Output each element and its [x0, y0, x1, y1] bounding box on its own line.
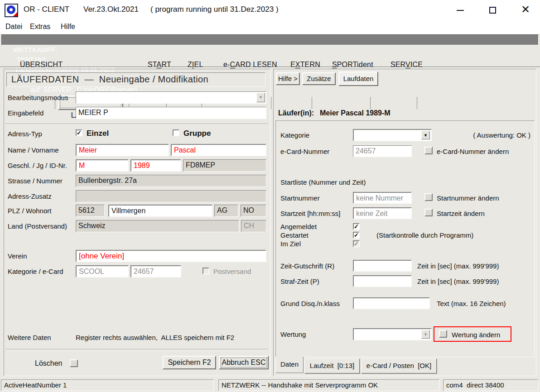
menu-item-hilfe[interactable]: Hilfe: [61, 23, 75, 31]
startnummer-aendern-toggle[interactable]: [424, 193, 433, 201]
startzeit-aendern-toggle[interactable]: [424, 209, 433, 216]
kategorie-label: Kategorie: [280, 131, 309, 139]
grund-field[interactable]: [353, 297, 430, 309]
ecard-field: 24657: [130, 265, 181, 277]
status-bar: ActiveHeatNumber 1 NETZWERK -- Handshake…: [0, 378, 540, 392]
strasse-label: Strasse / Nummer: [8, 177, 63, 185]
einzel-checkbox[interactable]: ✓: [76, 129, 82, 136]
tab-daten[interactable]: Daten: [275, 357, 304, 373]
daten-tab-content: Kategorie SCOOL ▼ ( Auswertung: OK ) e-C…: [275, 120, 535, 357]
jahrgang-field[interactable]: 1989: [130, 159, 181, 172]
angemeldet-label: Angemeldet: [280, 223, 317, 230]
mode-label: Bearbeitungsmodus: [8, 94, 68, 101]
title-bar: OR - CLIENT Ver.23.Okt.2021 ( program ru…: [0, 0, 540, 20]
panel-header: LÄUFERDATEN — Neueingabe / Modifikation: [6, 72, 265, 87]
kategorie-field: SCOOL: [76, 265, 129, 277]
startnummer-label: Startnummer: [280, 194, 320, 202]
nachname-field[interactable]: Meier: [76, 144, 169, 156]
angemeldet-checkbox[interactable]: ✓: [353, 223, 360, 230]
plz-field: 5612: [76, 205, 105, 217]
mode-select[interactable]: 6 Modifizieren Läuferdaten (Suche nach N…: [76, 91, 266, 104]
geschlecht-field[interactable]: M: [76, 159, 129, 172]
wohnort-field[interactable]: Villmergen: [108, 205, 212, 217]
cancel-button[interactable]: Abbruch ESC: [219, 356, 269, 369]
ecard-nummer-field: 24657: [353, 145, 412, 157]
maximize-button[interactable]: [485, 4, 501, 17]
search-input[interactable]: MEIER P: [76, 107, 266, 119]
imziel-checkbox: ✓: [353, 240, 360, 247]
menu-item-extras[interactable]: Extras: [30, 23, 50, 31]
wertung-aendern-toggle[interactable]: [439, 330, 447, 338]
postversand-checkbox: [202, 268, 209, 274]
kanton-field: AG: [214, 205, 238, 217]
window-title-app: OR - CLIENT: [24, 5, 69, 14]
status-network: NETZWERK -- Handshake mit Serverprogramm…: [218, 379, 439, 391]
minimize-button[interactable]: [452, 4, 468, 17]
grund-hint: Text (max. 16 Zeichen): [437, 300, 506, 307]
gruppe-checkbox[interactable]: [173, 129, 179, 136]
laeuferdaten-panel: LÄUFERDATEN — Neueingabe / Modifikation …: [4, 69, 270, 376]
window-title-version: Ver.23.Okt.2021: [83, 5, 139, 14]
wertung-select: Wertung OK ▼: [353, 328, 432, 340]
ecard-nummer-label: e-Card-Nummer: [280, 148, 329, 155]
zusatz-label: Adress-Zusatz: [8, 192, 52, 200]
window-title-note: ( program running until 31.Dez.2023 ): [150, 5, 279, 14]
land-field: Schweiz: [76, 220, 239, 232]
competition-info-bar: WETTKAMPF: TEST162 Langstreckentraining …: [1, 34, 539, 45]
check-icon: ✓: [354, 240, 359, 247]
save-button[interactable]: Speichern F2: [163, 356, 216, 369]
menu-item-datei[interactable]: Datei: [5, 23, 22, 31]
landcode-field: CH: [241, 220, 266, 232]
wertung-aendern-highlight: Wertung ändern: [434, 326, 511, 342]
separator: [5, 124, 268, 124]
chevron-down-icon: ▼: [421, 330, 430, 339]
strafzeit-hint: Zeit in [sec] (max. 999'999): [417, 277, 499, 285]
loeschen-toggle[interactable]: [70, 359, 78, 367]
einzel-label: Einzel: [87, 129, 109, 138]
strafzeit-field[interactable]: [353, 275, 412, 287]
weitere-daten-hint: Register rechts auswählen, ALLES speiche…: [76, 334, 234, 341]
imziel-label: Im Ziel: [280, 240, 301, 248]
gutschrift-label: Zeit-Gutschrift (R): [280, 262, 334, 270]
postversand-label: Postversand: [213, 268, 251, 275]
verein-label: Verein: [8, 252, 27, 260]
tab-ecard-posten[interactable]: e-Card / Posten [OK]: [361, 359, 437, 373]
chevron-down-icon: ▼: [256, 93, 265, 102]
main-nav: ÜBERSICHT LÄUFERDATEN START ZIEL e-CARD …: [0, 47, 540, 67]
gestartet-checkbox[interactable]: ✓: [353, 232, 360, 239]
verein-field[interactable]: [ohne Verein]: [76, 250, 266, 262]
startzeit-field: keine Zeit: [353, 207, 412, 219]
idnr-field: FD8MEP: [183, 159, 266, 172]
loeschen-label: Löschen: [35, 359, 63, 368]
status-heat: ActiveHeatNumber 1: [1, 379, 214, 391]
app-icon-triangle: [13, 12, 17, 16]
startkontrolle-note: (Startkontrolle durch Programm): [376, 231, 473, 239]
gruppe-label: Gruppe: [183, 129, 211, 138]
ecard-aendern-label: e-Card-Nummer ändern: [437, 148, 509, 155]
input-label: Eingabefeld: [8, 109, 43, 117]
runner-name: Meier Pascal 1989-M: [320, 109, 391, 117]
auswertung-status: ( Auswertung: OK ): [473, 131, 530, 139]
ecard-aendern-toggle[interactable]: [424, 147, 433, 154]
gutschrift-field[interactable]: [353, 260, 412, 272]
hilfe-button[interactable]: Hilfe >: [276, 72, 300, 85]
vorname-field[interactable]: Pascal: [171, 144, 266, 156]
startnummer-field: keine Nummer: [353, 192, 412, 204]
geschl-label: Geschl. / Jg / ID-Nr.: [8, 162, 67, 169]
chevron-down-icon[interactable]: ▼: [421, 131, 430, 139]
strafzeit-label: Straf-Zeit (P): [280, 277, 319, 285]
check-icon: ✓: [354, 223, 359, 230]
maximize-icon: [489, 7, 496, 14]
separator: [5, 349, 268, 350]
tab-laufzeit[interactable]: Laufzeit [0:13]: [304, 359, 360, 373]
tab-laufdaten[interactable]: Laufdaten: [338, 72, 378, 86]
or-client-window: OR - CLIENT Ver.23.Okt.2021 ( program ru…: [0, 0, 540, 392]
kategorie-select[interactable]: SCOOL ▼: [353, 129, 432, 141]
app-icon: [5, 4, 18, 17]
close-icon: ✕: [521, 3, 530, 15]
plz-label: PLZ / Wohnort: [8, 207, 51, 215]
zusatz-field: [76, 190, 266, 202]
zusaetze-button[interactable]: Zusätze: [302, 72, 336, 85]
close-button[interactable]: ✕: [516, 2, 535, 18]
check-icon: ✓: [354, 232, 359, 239]
